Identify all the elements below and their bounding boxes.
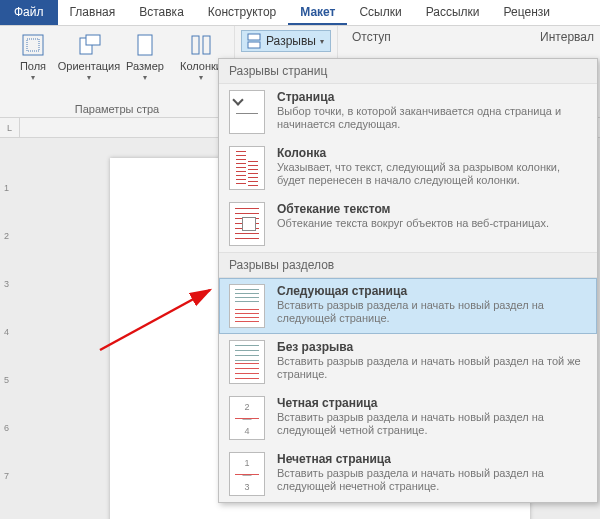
break-continuous-desc: Вставить разрыв раздела и начать новый р…	[277, 355, 587, 381]
tab-review[interactable]: Рецензи	[492, 0, 562, 25]
margins-label: Поля	[20, 60, 46, 72]
break-even-page-icon	[229, 396, 265, 440]
chevron-down-icon: ▾	[31, 73, 35, 82]
ruler-corner: L	[0, 118, 20, 138]
break-next-page-desc: Вставить разрыв раздела и начать новый р…	[277, 299, 587, 325]
section-breaks-header: Разрывы разделов	[219, 252, 597, 278]
break-continuous[interactable]: Без разрыва Вставить разрыв раздела и на…	[219, 334, 597, 390]
group-page-setup: Поля ▾ Ориентация ▾ Размер ▾	[0, 26, 235, 117]
break-continuous-title: Без разрыва	[277, 340, 587, 354]
break-continuous-icon	[229, 340, 265, 384]
size-button[interactable]: Размер ▾	[118, 30, 172, 84]
svg-rect-3	[86, 35, 100, 45]
chevron-down-icon: ▾	[143, 73, 147, 82]
columns-icon	[188, 32, 214, 58]
break-even-page-title: Четная страница	[277, 396, 587, 410]
tab-design[interactable]: Конструктор	[196, 0, 288, 25]
tab-mailings[interactable]: Рассылки	[414, 0, 492, 25]
page-breaks-header: Разрывы страниц	[219, 59, 597, 84]
break-next-page-title: Следующая страница	[277, 284, 587, 298]
break-page-title: Страница	[277, 90, 587, 104]
break-page-icon	[229, 90, 265, 134]
indent-label: Отступ	[352, 30, 391, 44]
break-column[interactable]: Колонка Указывает, что текст, следующий …	[219, 140, 597, 196]
svg-rect-1	[27, 39, 39, 51]
break-odd-page-desc: Вставить разрыв раздела и начать новый р…	[277, 467, 587, 493]
tab-home[interactable]: Главная	[58, 0, 128, 25]
group-caption-page-setup: Параметры стра	[6, 101, 228, 115]
orientation-icon	[76, 32, 102, 58]
break-page-desc: Выбор точки, в которой заканчивается одн…	[277, 105, 587, 131]
svg-rect-7	[248, 34, 260, 40]
svg-rect-8	[248, 42, 260, 48]
chevron-down-icon: ▾	[199, 73, 203, 82]
break-odd-page[interactable]: Нечетная страница Вставить разрыв раздел…	[219, 446, 597, 502]
ribbon-tabs: Файл Главная Вставка Конструктор Макет С…	[0, 0, 600, 26]
svg-rect-6	[203, 36, 210, 54]
break-column-title: Колонка	[277, 146, 587, 160]
break-wrap-icon	[229, 202, 265, 246]
orientation-button[interactable]: Ориентация ▾	[62, 30, 116, 84]
svg-rect-0	[23, 35, 43, 55]
tab-file[interactable]: Файл	[0, 0, 58, 25]
breaks-button[interactable]: Разрывы ▾	[241, 30, 331, 52]
size-icon	[132, 32, 158, 58]
columns-label: Колонки	[180, 60, 222, 72]
spacing-label: Интервал	[540, 30, 594, 44]
svg-rect-5	[192, 36, 199, 54]
chevron-down-icon: ▾	[320, 37, 324, 46]
svg-rect-4	[138, 35, 152, 55]
tab-layout[interactable]: Макет	[288, 0, 347, 25]
chevron-down-icon: ▾	[87, 73, 91, 82]
break-next-page-icon	[229, 284, 265, 328]
size-label: Размер	[126, 60, 164, 72]
break-page[interactable]: Страница Выбор точки, в которой заканчив…	[219, 84, 597, 140]
page-break-icon	[246, 33, 262, 49]
break-odd-page-icon	[229, 452, 265, 496]
breaks-label: Разрывы	[266, 34, 316, 48]
break-odd-page-title: Нечетная страница	[277, 452, 587, 466]
break-wrap-desc: Обтекание текста вокруг объектов на веб-…	[277, 217, 587, 230]
break-column-desc: Указывает, что текст, следующий за разры…	[277, 161, 587, 187]
margins-icon	[20, 32, 46, 58]
break-even-page-desc: Вставить разрыв раздела и начать новый р…	[277, 411, 587, 437]
tab-insert[interactable]: Вставка	[127, 0, 196, 25]
break-column-icon	[229, 146, 265, 190]
breaks-gallery: Разрывы страниц Страница Выбор точки, в …	[218, 58, 598, 503]
break-next-page[interactable]: Следующая страница Вставить разрыв разде…	[219, 278, 597, 334]
break-wrap-title: Обтекание текстом	[277, 202, 587, 216]
break-even-page[interactable]: Четная страница Вставить разрыв раздела …	[219, 390, 597, 446]
break-wrap[interactable]: Обтекание текстом Обтекание текста вокру…	[219, 196, 597, 252]
margins-button[interactable]: Поля ▾	[6, 30, 60, 84]
tab-references[interactable]: Ссылки	[347, 0, 413, 25]
orientation-label: Ориентация	[58, 60, 120, 72]
